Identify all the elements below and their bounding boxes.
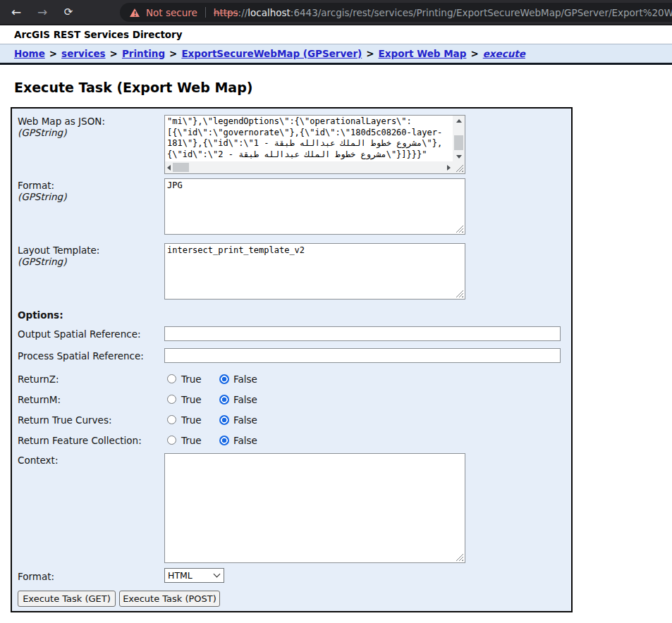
breadcrumb-link-printing[interactable]: Printing — [122, 48, 165, 59]
horizontal-scrollbar-thumb[interactable] — [173, 163, 189, 172]
radio-option-label: False — [233, 435, 257, 446]
json-line: {\"id\":\"مشروع خطوط الملك عبدالله طبقة … — [167, 149, 453, 161]
webmap-json-label: Web Map as JSON: (GPString) — [18, 116, 105, 138]
scroll-up-icon[interactable] — [456, 119, 462, 123]
process-spatial-reference-label: Process Spatial Reference: — [18, 350, 144, 362]
return-feature-collection-label: Return Feature Collection: — [18, 435, 142, 446]
context-textarea[interactable] — [164, 453, 465, 563]
return-feature-collection-false-radio[interactable] — [219, 436, 229, 445]
scroll-right-icon[interactable] — [447, 165, 451, 171]
breadcrumb-link-services[interactable]: services — [61, 48, 105, 59]
breadcrumb-separator: > — [110, 48, 118, 59]
breadcrumb-link-gpserver[interactable]: ExportSecureWebMap (GPServer) — [181, 48, 362, 59]
execute-task-form: Web Map as JSON: (GPString) "mi\"},\"leg… — [11, 107, 573, 612]
selected-option: HTML — [168, 570, 193, 581]
return-true-curves-label: Return True Curves: — [18, 414, 111, 426]
scrollbar-corner — [453, 161, 465, 173]
radio-option-label: True — [181, 394, 202, 405]
forward-icon[interactable]: → — [35, 4, 50, 20]
radio-option-label: False — [233, 414, 257, 426]
url-bar[interactable]: ! Not secure https://localhost:6443/arcg… — [120, 3, 672, 22]
radio-option-label: True — [181, 374, 202, 385]
return-feature-collection-true-radio[interactable] — [167, 436, 176, 445]
format-label: Format: (GPString) — [18, 180, 66, 202]
json-line: [{\"id\":\"governorate\"},{\"id\":\"180d… — [167, 128, 453, 139]
resize-grip-icon[interactable] — [456, 164, 463, 172]
url-text: https://localhost:6443/arcgis/rest/servi… — [214, 7, 672, 18]
page-title: Execute Task (Export Web Map) — [14, 80, 252, 95]
horizontal-scrollbar[interactable] — [165, 161, 453, 173]
browser-toolbar: ← → ⟳ ! Not secure https://localhost:644… — [0, 0, 672, 25]
returnm-label: ReturnM: — [18, 394, 61, 405]
back-icon[interactable]: ← — [8, 4, 24, 20]
return-true-curves-true-radio[interactable] — [167, 415, 176, 424]
json-line: 181\"},{\"id\":\"مشروع خطوط الملك عبدالل… — [167, 138, 453, 149]
returnz-true-radio[interactable] — [167, 374, 176, 383]
chevron-down-icon — [214, 571, 221, 578]
radio-option-label: True — [181, 435, 202, 446]
layout-template-textarea[interactable]: intersect_print_template_v2 — [164, 243, 465, 300]
return-true-curves-false-radio[interactable] — [219, 415, 229, 425]
output-format-label: Format: — [18, 571, 54, 582]
radio-option-label: False — [233, 394, 257, 405]
breadcrumb: Home > services > Printing > ExportSecur… — [0, 44, 672, 65]
vertical-scrollbar-thumb[interactable] — [454, 135, 463, 150]
webmap-json-textarea[interactable]: "mi\"},\"legendOptions\":{\"operationalL… — [164, 115, 465, 174]
url-host: localhost — [248, 7, 291, 18]
process-spatial-reference-input[interactable] — [164, 348, 561, 363]
scroll-down-icon[interactable] — [456, 155, 462, 159]
url-divider — [205, 7, 206, 18]
breadcrumb-separator: > — [366, 48, 374, 59]
site-title: ArcGIS REST Services Directory — [14, 29, 183, 40]
vertical-scrollbar[interactable] — [453, 116, 465, 161]
breadcrumb-link-home[interactable]: Home — [14, 48, 45, 59]
breadcrumb-separator: > — [49, 48, 57, 59]
screen: ← → ⟳ ! Not secure https://localhost:644… — [0, 0, 672, 623]
options-heading: Options: — [18, 309, 63, 321]
layout-template-label: Layout Template: (GPString) — [18, 245, 99, 267]
scroll-left-icon[interactable] — [167, 165, 171, 171]
breadcrumb-separator: > — [169, 48, 177, 59]
breadcrumb-separator: > — [470, 48, 478, 59]
json-line: "mi\"},\"legendOptions\":{\"operationalL… — [167, 116, 453, 128]
url-scheme: https — [214, 7, 238, 18]
returnm-false-radio[interactable] — [219, 395, 229, 405]
output-spatial-reference-input[interactable] — [164, 326, 561, 341]
breadcrumb-link-export-web-map[interactable]: Export Web Map — [379, 48, 467, 59]
execute-task-post-button[interactable]: Execute Task (POST) — [119, 591, 220, 607]
returnz-false-radio[interactable] — [219, 374, 229, 384]
returnz-label: ReturnZ: — [18, 374, 59, 385]
context-label: Context: — [18, 455, 58, 466]
url-path: :6443/arcgis/rest/services/Printing/Expo… — [291, 7, 672, 18]
url-separator: :// — [238, 7, 248, 18]
returnm-true-radio[interactable] — [167, 395, 176, 404]
radio-option-label: False — [233, 374, 257, 385]
execute-task-get-button[interactable]: Execute Task (GET) — [18, 591, 116, 607]
warning-icon: ! — [130, 8, 140, 17]
refresh-icon[interactable]: ⟳ — [61, 4, 76, 20]
output-format-select[interactable]: HTML — [164, 568, 224, 583]
format-textarea[interactable]: JPG — [164, 178, 465, 235]
security-label[interactable]: Not secure — [146, 7, 197, 18]
breadcrumb-link-execute[interactable]: execute — [483, 48, 525, 59]
webmap-json-content: "mi\"},\"legendOptions\":{\"operationalL… — [165, 116, 453, 161]
radio-option-label: True — [181, 414, 202, 426]
output-spatial-reference-label: Output Spatial Reference: — [18, 328, 141, 340]
